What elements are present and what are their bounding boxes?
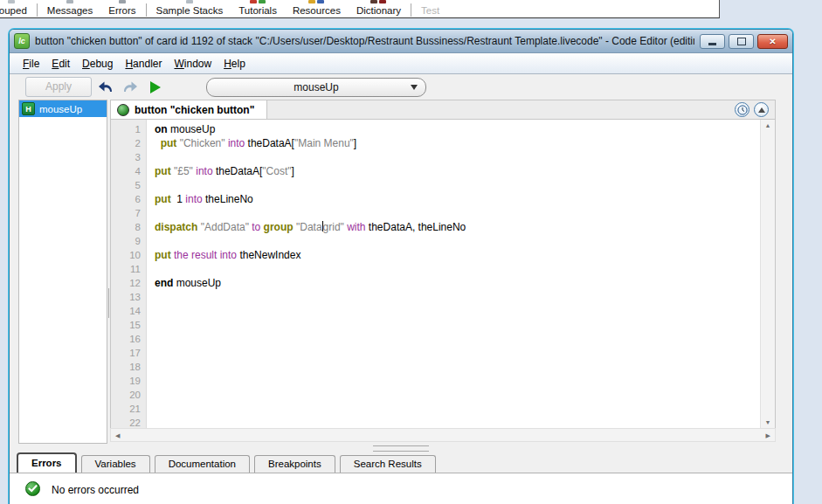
menu-handler[interactable]: Handler — [119, 56, 168, 72]
line-number[interactable]: 21 — [111, 402, 147, 416]
line-number[interactable]: 22 — [111, 416, 147, 428]
bottom-tab-errors[interactable]: Errors — [17, 452, 77, 473]
line-number[interactable]: 1 — [111, 122, 147, 136]
line-content[interactable]: end mouseUp — [147, 276, 221, 290]
line-content[interactable]: put 1 into theLineNo — [147, 192, 253, 206]
line-content[interactable] — [147, 332, 155, 346]
panel-splitter[interactable] — [10, 444, 792, 452]
line-content[interactable] — [147, 360, 155, 374]
line-number[interactable]: 12 — [111, 276, 147, 290]
scroll-left-icon[interactable]: ◀ — [115, 432, 120, 438]
code-line-12[interactable]: 12end mouseUp — [111, 276, 760, 290]
line-number[interactable]: 13 — [111, 290, 147, 304]
bottom-tab-breakpoints[interactable]: Breakpoints — [254, 455, 335, 473]
code-line-10[interactable]: 10put the result into theNewIndex — [111, 248, 760, 262]
bottom-tab-variables[interactable]: Variables — [81, 455, 150, 473]
menu-debug[interactable]: Debug — [76, 56, 119, 72]
code-line-18[interactable]: 18 — [111, 360, 760, 374]
line-number[interactable]: 3 — [111, 150, 147, 164]
code-line-6[interactable]: 6put 1 into theLineNo — [111, 192, 760, 206]
line-content[interactable] — [147, 346, 155, 360]
toolbar-item-messages[interactable]: Messages — [39, 0, 100, 17]
line-number[interactable]: 4 — [111, 164, 147, 178]
line-content[interactable] — [147, 262, 155, 276]
code-line-7[interactable]: 7 — [111, 206, 760, 220]
code-line-11[interactable]: 11 — [111, 262, 760, 276]
code-line-17[interactable]: 17 — [111, 346, 760, 360]
line-number[interactable]: 6 — [111, 192, 147, 206]
line-content[interactable] — [147, 402, 155, 416]
line-number[interactable]: 14 — [111, 304, 147, 318]
code-editor-text[interactable]: 1on mouseUp2 put "Chicken" into theDataA… — [111, 120, 760, 428]
undo-button[interactable] — [95, 78, 116, 97]
code-line-4[interactable]: 4put "£5" into theDataA["Cost"] — [111, 164, 760, 178]
run-button[interactable] — [144, 78, 165, 97]
line-number[interactable]: 19 — [111, 374, 147, 388]
line-number[interactable]: 7 — [111, 206, 147, 220]
line-content[interactable] — [147, 206, 155, 220]
code-line-15[interactable]: 15 — [111, 318, 760, 332]
code-line-20[interactable]: 20 — [111, 388, 760, 402]
line-number[interactable]: 15 — [111, 318, 147, 332]
scroll-down-icon[interactable]: ▼ — [765, 419, 771, 425]
toolbar-item-tutorials[interactable]: Tutorials — [231, 0, 285, 17]
line-content[interactable] — [147, 178, 155, 192]
code-line-9[interactable]: 9 — [111, 234, 760, 248]
horizontal-scrollbar[interactable]: ◀ ▶ — [110, 428, 776, 442]
line-number[interactable]: 16 — [111, 332, 147, 346]
menu-file[interactable]: File — [17, 56, 45, 72]
handler-item-mouseup[interactable]: HmouseUp — [19, 100, 107, 117]
line-content[interactable]: put "£5" into theDataA["Cost"] — [147, 164, 294, 178]
toolbar-item-resources[interactable]: Resources — [285, 0, 349, 17]
line-number[interactable]: 10 — [111, 248, 147, 262]
collapse-button[interactable] — [754, 102, 769, 117]
line-number[interactable]: 11 — [111, 262, 147, 276]
line-content[interactable] — [147, 234, 155, 248]
menu-edit[interactable]: Edit — [45, 56, 76, 72]
line-number[interactable]: 17 — [111, 346, 147, 360]
bottom-tab-documentation[interactable]: Documentation — [155, 455, 250, 473]
code-line-19[interactable]: 19 — [111, 374, 760, 388]
line-content[interactable]: put "Chicken" into theDataA["Main Menu"] — [147, 136, 356, 150]
scroll-right-icon[interactable]: ▶ — [766, 432, 770, 438]
line-content[interactable]: on mouseUp — [147, 122, 215, 136]
bottom-tab-search-results[interactable]: Search Results — [340, 455, 436, 473]
code-line-13[interactable]: 13 — [111, 290, 760, 304]
line-content[interactable] — [147, 304, 155, 318]
line-content[interactable] — [147, 388, 155, 402]
line-content[interactable] — [147, 290, 155, 304]
line-content[interactable] — [147, 416, 155, 428]
code-line-5[interactable]: 5 — [111, 178, 760, 192]
apply-button[interactable]: Apply — [25, 77, 92, 97]
toolbar-item-dictionary[interactable]: Dictionary — [349, 0, 409, 17]
toolbar-item-sample-stacks[interactable]: Sample Stacks — [149, 0, 231, 17]
window-titlebar[interactable]: lc button "chicken button" of card id 11… — [10, 30, 792, 53]
redo-button[interactable] — [120, 78, 141, 97]
history-button[interactable] — [735, 102, 749, 117]
toolbar-item-errors[interactable]: Errors — [100, 0, 143, 17]
code-line-14[interactable]: 14 — [111, 304, 760, 318]
menu-window[interactable]: Window — [168, 56, 218, 72]
scroll-up-icon[interactable]: ▲ — [765, 122, 771, 128]
code-line-1[interactable]: 1on mouseUp — [111, 122, 760, 136]
restore-button[interactable] — [729, 34, 754, 49]
minimize-button[interactable] — [700, 34, 725, 49]
code-line-21[interactable]: 21 — [111, 402, 760, 416]
code-line-22[interactable]: 22 — [111, 416, 760, 428]
vertical-scrollbar[interactable]: ▲ ▼ — [760, 120, 775, 428]
handler-dropdown[interactable]: mouseUp — [206, 78, 426, 97]
code-line-8[interactable]: 8dispatch "AddData" to group "Datagrid" … — [111, 220, 760, 234]
line-content[interactable]: dispatch "AddData" to group "Datagrid" w… — [147, 220, 466, 234]
line-content[interactable]: put the result into theNewIndex — [147, 248, 300, 262]
line-content[interactable] — [147, 150, 155, 164]
line-number[interactable]: 18 — [111, 360, 147, 374]
line-content[interactable] — [147, 318, 155, 332]
line-content[interactable] — [147, 374, 155, 388]
line-number[interactable]: 2 — [111, 136, 147, 150]
toolbar-item-rouped[interactable]: rouped — [0, 0, 35, 17]
close-button[interactable]: ✕ — [757, 34, 788, 49]
panel-splitter-handle[interactable] — [373, 445, 429, 452]
code-line-3[interactable]: 3 — [111, 150, 760, 164]
code-line-16[interactable]: 16 — [111, 332, 760, 346]
line-number[interactable]: 20 — [111, 388, 147, 402]
